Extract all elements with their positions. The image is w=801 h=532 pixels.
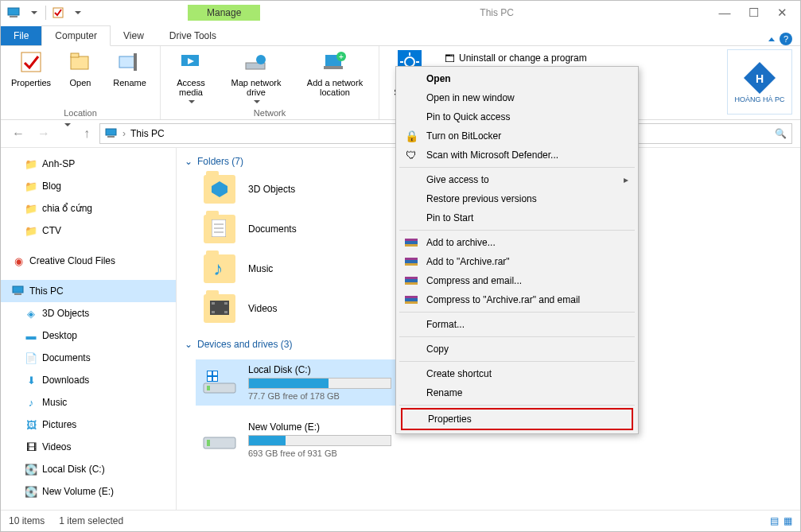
- window-controls: — ☐ ✕: [717, 6, 789, 20]
- svg-rect-25: [107, 136, 115, 138]
- svg-rect-43: [208, 377, 212, 381]
- drive-icon: 💽: [25, 485, 37, 498]
- search-icon: 🔍: [775, 128, 787, 139]
- creative-cloud-icon: ◉: [12, 254, 25, 267]
- pc-icon: [7, 6, 21, 20]
- open-button[interactable]: Open: [64, 49, 96, 87]
- winrar-icon: [404, 235, 418, 250]
- add-network-location-button[interactable]: + Add a network location: [299, 49, 371, 97]
- forward-button[interactable]: →: [34, 126, 53, 141]
- ctx-restore-versions[interactable]: Restore previous versions: [398, 189, 636, 208]
- pc-icon: [105, 127, 118, 140]
- svg-rect-49: [207, 440, 210, 446]
- usage-bar: [248, 435, 391, 446]
- nav-folder[interactable]: 📁chia ổ cứng: [1, 197, 176, 219]
- nav-pictures[interactable]: 🖼Pictures: [1, 414, 176, 436]
- nav-folder[interactable]: 📁Anh-SP: [1, 153, 176, 175]
- chevron-down-icon: ⌄: [185, 156, 192, 167]
- tab-computer[interactable]: Computer: [41, 25, 111, 46]
- ctx-bitlocker[interactable]: 🔒Turn on BitLocker: [398, 126, 636, 146]
- properties-button[interactable]: Properties: [9, 49, 53, 87]
- nav-downloads[interactable]: ⬇Downloads: [1, 369, 176, 391]
- folder-icon: 📁: [25, 157, 37, 170]
- drive-name: Local Disk (C:): [248, 364, 391, 375]
- collapse-ribbon-icon[interactable]: [768, 37, 775, 41]
- ctx-copy[interactable]: Copy: [398, 340, 636, 359]
- tab-file[interactable]: File: [1, 26, 41, 45]
- search-input[interactable]: 🔍: [614, 123, 792, 144]
- drive-item-c[interactable]: Local Disk (C:) 77.7 GB free of 178 GB: [196, 359, 415, 406]
- nav-local-disk-c[interactable]: 💽Local Disk (C:): [1, 458, 176, 480]
- tab-drive-tools[interactable]: Drive Tools: [157, 26, 229, 45]
- nav-videos[interactable]: 🎞Videos: [1, 436, 176, 458]
- ctx-open-new-window[interactable]: Open in new window: [398, 88, 636, 107]
- nav-creative-cloud[interactable]: ◉Creative Cloud Files: [1, 250, 176, 272]
- svg-rect-6: [119, 56, 135, 68]
- downloads-icon: ⬇: [25, 374, 37, 386]
- separator: [399, 336, 635, 337]
- rename-button[interactable]: Rename: [107, 49, 152, 87]
- tab-view[interactable]: View: [111, 26, 157, 45]
- svg-rect-44: [213, 377, 217, 381]
- ctx-create-shortcut[interactable]: Create shortcut: [398, 364, 636, 383]
- up-button[interactable]: ↑: [80, 126, 93, 141]
- ctx-format[interactable]: Format...: [398, 315, 636, 334]
- ctx-properties[interactable]: Properties: [401, 408, 633, 430]
- svg-rect-55: [405, 263, 418, 266]
- window-title: This PC: [480, 7, 514, 18]
- separator: [399, 230, 635, 231]
- ctx-compress-rar-email[interactable]: Compress to "Archive.rar" and email: [398, 290, 636, 309]
- ctx-add-archive-rar[interactable]: Add to "Archive.rar": [398, 252, 636, 271]
- explorer-window: Manage This PC — ☐ ✕ File Computer View …: [0, 0, 801, 532]
- dropdown-icon[interactable]: [70, 6, 84, 20]
- minimize-button[interactable]: —: [717, 6, 732, 20]
- pictures-icon: 🖼: [25, 418, 37, 431]
- ctx-rename[interactable]: Rename: [398, 383, 636, 402]
- svg-rect-54: [405, 260, 418, 263]
- ctx-defender-scan[interactable]: 🛡Scan with Microsoft Defender...: [398, 146, 636, 165]
- back-button[interactable]: ←: [9, 126, 28, 141]
- nav-this-pc[interactable]: This PC: [1, 280, 176, 302]
- access-media-button[interactable]: Access media: [169, 49, 213, 103]
- map-drive-button[interactable]: Map network drive: [224, 49, 288, 103]
- ctx-pin-quick-access[interactable]: Pin to Quick access: [398, 107, 636, 126]
- view-details-icon[interactable]: ▤: [770, 515, 779, 526]
- breadcrumb-text[interactable]: This PC: [130, 128, 165, 139]
- nav-music[interactable]: ♪Music: [1, 391, 176, 414]
- separator: [399, 361, 635, 362]
- ctx-open[interactable]: Open: [398, 69, 636, 88]
- drive-item-e[interactable]: New Volume (E:) 693 GB free of 931 GB: [196, 417, 415, 463]
- help-icon[interactable]: ?: [780, 33, 792, 45]
- status-bar: 10 items 1 item selected ▤ ▦: [1, 510, 800, 531]
- uninstall-program-button[interactable]: 🗔Uninstall or change a program: [443, 49, 587, 67]
- folder-icon: [204, 175, 235, 204]
- nav-folder[interactable]: 📁Blog: [1, 175, 176, 197]
- svg-rect-37: [224, 311, 227, 313]
- svg-text:+: +: [339, 52, 344, 61]
- nav-documents[interactable]: 📄Documents: [1, 347, 176, 369]
- svg-rect-39: [207, 386, 210, 390]
- nav-folder[interactable]: 📁CTV: [1, 219, 176, 242]
- winrar-icon: [404, 274, 418, 288]
- close-button[interactable]: ✕: [775, 6, 789, 20]
- ctx-add-archive[interactable]: Add to archive...: [398, 233, 636, 252]
- chevron-right-icon[interactable]: ›: [122, 128, 126, 139]
- dropdown-icon[interactable]: [26, 6, 41, 20]
- recent-dropdown-icon[interactable]: [60, 126, 74, 141]
- navigation-pane[interactable]: 📁Anh-SP 📁Blog 📁chia ổ cứng 📁CTV ◉Creativ…: [1, 148, 177, 510]
- usage-bar: [248, 378, 391, 389]
- folder-icon: 📁: [25, 224, 37, 237]
- properties-qat-icon[interactable]: [51, 6, 65, 20]
- pc-icon: [12, 285, 25, 297]
- svg-rect-57: [405, 279, 418, 282]
- ctx-compress-email[interactable]: Compress and email...: [398, 271, 636, 290]
- view-large-icons-icon[interactable]: ▦: [784, 515, 792, 526]
- ctx-pin-start[interactable]: Pin to Start: [398, 208, 636, 227]
- nav-desktop[interactable]: ▬Desktop: [1, 324, 176, 347]
- maximize-button[interactable]: ☐: [746, 6, 760, 20]
- brand-logo: H HOÀNG HÀ PC: [727, 49, 792, 115]
- nav-3d-objects[interactable]: ◈3D Objects: [1, 302, 176, 324]
- nav-new-volume-e[interactable]: 💽New Volume (E:): [1, 480, 176, 503]
- ctx-give-access[interactable]: Give access to▸: [398, 170, 636, 189]
- desktop-icon: ▬: [25, 329, 37, 342]
